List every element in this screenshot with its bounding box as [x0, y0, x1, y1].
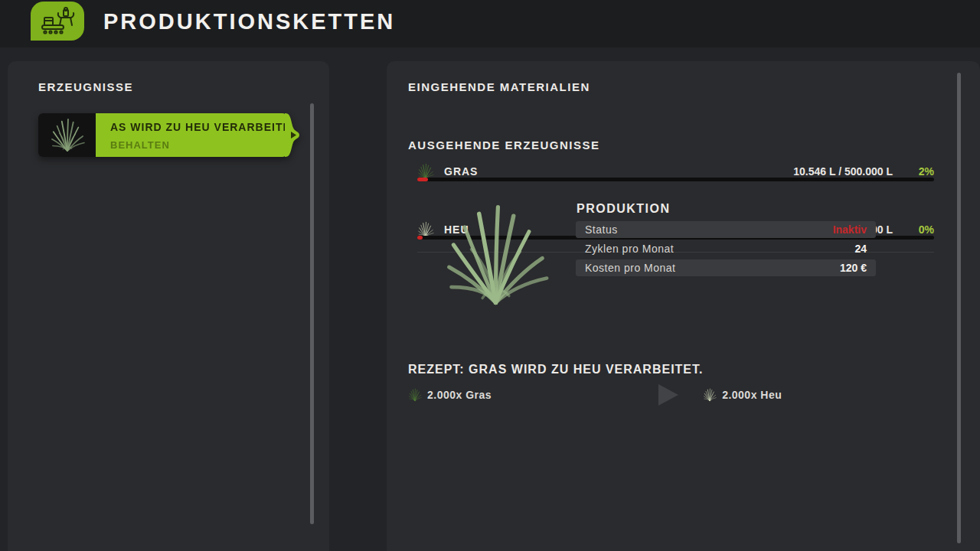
table-row-cycles: Zyklen pro Monat 24 [576, 240, 876, 257]
recipe-row: 2.000x Gras 2.000x Heu [408, 385, 898, 405]
production-item-tab: AS WIRD ZU HEU VERARBEITET BEHALTEN [96, 113, 286, 157]
process-arrow-icon [658, 384, 678, 406]
row-label: Kosten pro Monat [585, 262, 676, 274]
production-item-name: AS WIRD ZU HEU VERARBEITET [110, 121, 285, 133]
row-label: Status [585, 223, 618, 236]
production-item-thumbnail [38, 113, 96, 157]
table-row-status: Status Inaktiv [576, 221, 876, 238]
heu-fill-bar-value [417, 236, 423, 240]
products-panel-title: ERZEUGNISSE [38, 80, 133, 93]
gras-fill-bar-value [417, 178, 428, 181]
material-amount: 10.546 L / 500.000 L [793, 165, 893, 178]
material-fill-percent: 2% [893, 165, 934, 178]
right-panel-scrollbar[interactable] [957, 73, 961, 543]
outputs-section-title: AUSGEHENDE ERZEUGNISSE [408, 139, 600, 152]
material-row-gras: GRAS 10.546 L / 500.000 L 2% [417, 164, 934, 179]
recipe-input-qty: 2.000x Gras [427, 389, 492, 401]
item-tab-pointer [285, 113, 300, 157]
row-value: 120 € [840, 262, 867, 274]
row-value: 24 [854, 243, 867, 255]
production-section-title: PRODUKTION [577, 202, 671, 216]
material-name: GRAS [444, 165, 478, 178]
recipe-title: REZEPT: GRAS WIRD ZU HEU VERARBEITET. [408, 363, 703, 377]
material-fill-percent: 0% [893, 223, 934, 236]
production-list-item[interactable]: AS WIRD ZU HEU VERARBEITET BEHALTEN [38, 113, 304, 157]
hay-icon [703, 388, 717, 402]
left-panel-scrollbar[interactable] [310, 103, 314, 524]
production-stats-table: Status Inaktiv Zyklen pro Monat 24 Koste… [576, 221, 876, 279]
grass-icon [408, 388, 422, 402]
detail-panel: EINGEHENDE MATERIALIEN GRAS 10.546 L / 5… [387, 61, 980, 551]
status-badge: Inaktiv [833, 223, 867, 236]
table-row-costs: Kosten pro Monat 120 € [576, 259, 876, 276]
recipe-output-qty: 2.000x Heu [722, 389, 782, 401]
row-label: Zyklen pro Monat [585, 243, 674, 255]
inputs-section-title: EINGEHENDE MATERIALIEN [408, 80, 590, 93]
grass-plant-image [440, 201, 551, 311]
page-title: PRODUKTIONSKETTEN [103, 9, 395, 34]
grass-icon [47, 117, 87, 154]
products-panel: ERZEUGNISSE AS WIRD ZU HEU VERARBEITET B… [8, 61, 329, 551]
production-chain-icon [31, 2, 84, 41]
gras-fill-bar [417, 178, 934, 181]
production-item-mode: BEHALTEN [110, 139, 283, 151]
